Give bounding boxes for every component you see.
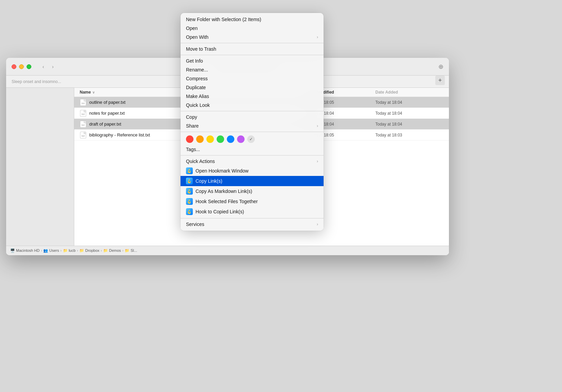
menu-separator: [181, 132, 324, 132]
breadcrumb-sep: ›: [60, 249, 61, 252]
hookmark-icon: 🪝: [186, 208, 193, 215]
breadcrumb-sep: ›: [101, 249, 102, 252]
menu-item-open[interactable]: Open: [181, 24, 324, 33]
txt-file-icon: TXT: [80, 110, 86, 117]
menu-item-rename[interactable]: Rename...: [181, 65, 324, 74]
tag-blue[interactable]: [227, 135, 234, 143]
traffic-lights: [12, 64, 31, 69]
menu-item-copy[interactable]: Copy: [181, 113, 324, 121]
menu-item-open-with[interactable]: Open With ›: [181, 33, 324, 42]
txt-file-icon: TXT: [80, 99, 86, 106]
txt-file-icon: TXT: [80, 121, 86, 128]
airplay-icon: ⊕: [438, 63, 443, 70]
txt-file-icon: TXT: [80, 132, 86, 138]
menu-separator: [181, 218, 324, 218]
tag-orange[interactable]: [196, 135, 204, 143]
chevron-right-icon: ›: [317, 124, 318, 128]
menu-item-services[interactable]: Services ›: [181, 220, 324, 229]
minimize-button[interactable]: [19, 64, 24, 69]
file-added: Today at 18:04: [375, 100, 443, 105]
breadcrumb-sep: ›: [122, 249, 123, 252]
file-icon: TXT: [80, 132, 87, 138]
file-added: Today at 18:03: [375, 133, 443, 137]
menu-item-get-info[interactable]: Get Info: [181, 56, 324, 65]
breadcrumb-lucb: 📁 lucb: [63, 248, 76, 253]
add-button[interactable]: +: [435, 76, 445, 85]
maximize-button[interactable]: [27, 64, 31, 69]
file-added: Today at 18:04: [375, 122, 443, 127]
menu-item-quick-look[interactable]: Quick Look: [181, 101, 324, 110]
file-icon: TXT: [80, 99, 87, 106]
menu-item-compress[interactable]: Compress: [181, 74, 324, 83]
breadcrumb-dropbox: 📁 Dropbox: [79, 248, 99, 253]
chevron-right-icon: ›: [317, 159, 318, 164]
tag-purple[interactable]: [237, 135, 245, 143]
tag-check[interactable]: ✓: [247, 135, 255, 143]
sort-chevron-icon: ∨: [92, 91, 95, 94]
file-icon: TXT: [80, 110, 87, 117]
breadcrumb-demos: 📁 Demos: [103, 248, 121, 253]
hookmark-icon: 🪝: [186, 167, 193, 174]
finder-footer: 🖥️ Macintosh HD › 👥 Users › 📁 lucb › 📁 D…: [6, 246, 449, 255]
menu-separator: [181, 43, 324, 43]
back-button[interactable]: ‹: [40, 63, 47, 70]
menu-item-copy-markdown[interactable]: 🪝 Copy As Markdown Link(s): [181, 186, 324, 196]
hookmark-icon: 🪝: [186, 188, 193, 195]
hookmark-icon: 🪝: [186, 198, 193, 205]
breadcrumb-hd: 🖥️ Macintosh HD: [10, 248, 40, 253]
menu-item-share[interactable]: Share ›: [181, 121, 324, 130]
subtitle: Sleep onset and insomno...: [12, 79, 61, 84]
col-added-header: Date Added: [375, 90, 443, 95]
hookmark-icon: 🪝: [186, 178, 193, 184]
menu-item-quick-actions[interactable]: Quick Actions ›: [181, 157, 324, 166]
menu-item-hook-to-copied[interactable]: 🪝 Hook to Copied Link(s): [181, 207, 324, 217]
file-icon: TXT: [80, 121, 87, 128]
menu-item-make-alias[interactable]: Make Alias: [181, 92, 324, 101]
file-added: Today at 18:04: [375, 111, 443, 116]
context-menu: New Folder with Selection (2 Items) Open…: [181, 13, 324, 231]
menu-item-duplicate[interactable]: Duplicate: [181, 83, 324, 92]
menu-item-hook-selected[interactable]: 🪝 Hook Selected Files Together: [181, 196, 324, 207]
menu-item-move-to-trash[interactable]: Move to Trash: [181, 45, 324, 53]
menu-separator: [181, 155, 324, 156]
chevron-right-icon: ›: [317, 222, 318, 227]
tag-red[interactable]: [186, 135, 193, 143]
breadcrumb-sl: 📁 Sl...: [125, 248, 137, 253]
tag-green[interactable]: [217, 135, 224, 143]
forward-button[interactable]: ›: [49, 63, 57, 70]
nav-buttons: ‹ ›: [40, 63, 57, 70]
menu-item-tags[interactable]: Tags...: [181, 145, 324, 154]
menu-item-open-hookmark[interactable]: 🪝 Open Hookmark Window: [181, 166, 324, 176]
breadcrumb-sep: ›: [41, 249, 42, 252]
chevron-right-icon: ›: [317, 35, 318, 39]
tags-row: ✓: [181, 133, 324, 145]
menu-item-copy-links[interactable]: 🪝 Copy Link(s): [181, 176, 324, 186]
tag-yellow[interactable]: [206, 135, 214, 143]
menu-separator: [181, 111, 324, 111]
breadcrumb-users: 👥 Users: [43, 248, 59, 253]
menu-item-new-folder[interactable]: New Folder with Selection (2 Items): [181, 15, 324, 24]
finder-sidebar: [6, 88, 74, 255]
breadcrumb-sep: ›: [77, 249, 78, 252]
close-button[interactable]: [12, 64, 16, 69]
menu-separator: [181, 55, 324, 55]
